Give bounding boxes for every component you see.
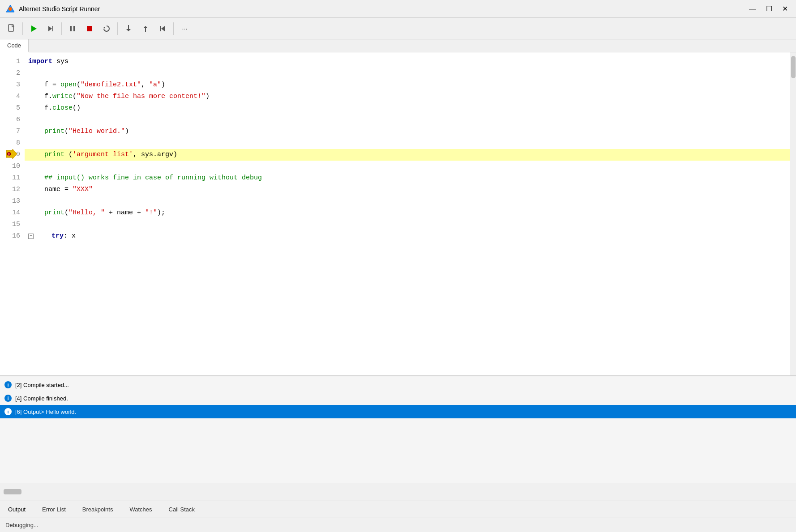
horizontal-scroll-area bbox=[0, 483, 796, 501]
vertical-scrollbar[interactable] bbox=[790, 52, 796, 375]
output-line-2[interactable]: i [4] Compile finished. bbox=[0, 392, 796, 405]
line-num-1: 1 bbox=[0, 56, 20, 68]
svg-marker-11 bbox=[126, 29, 131, 31]
close-button[interactable]: ✕ bbox=[779, 4, 791, 14]
keyword: import bbox=[28, 56, 52, 68]
code-tab-bar: Code bbox=[0, 39, 796, 52]
line-num-13: 13 bbox=[0, 196, 20, 207]
svg-point-1 bbox=[9, 7, 12, 11]
new-file-button[interactable] bbox=[4, 21, 20, 37]
code-line-16: − try: x bbox=[25, 230, 796, 242]
code-line-15 bbox=[25, 219, 796, 230]
line-num-14: 14 bbox=[0, 207, 20, 219]
output-text-3: [6] Output> Hello world. bbox=[15, 409, 76, 415]
svg-rect-6 bbox=[70, 26, 72, 31]
tab-call-stack[interactable]: Call Stack bbox=[161, 503, 204, 515]
svg-rect-15 bbox=[160, 26, 161, 31]
code-line-11: ## input() works fine in case of running… bbox=[25, 172, 796, 184]
line-num-15: 15 bbox=[0, 219, 20, 230]
restart-button[interactable] bbox=[98, 21, 115, 37]
line-num-8: 8 bbox=[0, 137, 20, 149]
separator-3 bbox=[117, 22, 118, 35]
output-line-3[interactable]: i [6] Output> Hello world. bbox=[0, 405, 796, 418]
app-logo bbox=[5, 4, 15, 14]
tab-error-list[interactable]: Error List bbox=[34, 503, 74, 515]
pause-button[interactable] bbox=[64, 21, 81, 37]
tab-output[interactable]: Output bbox=[0, 503, 34, 515]
code-line-13 bbox=[25, 196, 796, 207]
svg-marker-9 bbox=[103, 27, 105, 29]
svg-marker-3 bbox=[31, 26, 37, 32]
code-line-6 bbox=[25, 114, 796, 126]
svg-rect-7 bbox=[73, 26, 75, 31]
status-bar: Debugging... bbox=[0, 518, 796, 532]
line-num-5: 5 bbox=[0, 102, 20, 114]
line-numbers: 1 2 3 4 5 6 7 8 9 10 11 12 13 14 15 16 bbox=[0, 52, 25, 375]
output-text-1: [2] Compile started... bbox=[15, 382, 69, 388]
window-controls: — ☐ ✕ bbox=[746, 4, 791, 14]
code-line-1: import sys bbox=[25, 56, 796, 68]
code-line-12: name = "XXX" bbox=[25, 184, 796, 196]
maximize-button[interactable]: ☐ bbox=[763, 4, 775, 14]
code-content[interactable]: import sys f = open("demofile2.txt", "a"… bbox=[25, 52, 796, 375]
code-line-9: print ('argument list', sys.argv) bbox=[25, 149, 796, 161]
run-button[interactable] bbox=[26, 21, 42, 37]
info-icon-1: i bbox=[4, 381, 12, 388]
scrollbar-thumb[interactable] bbox=[791, 56, 796, 78]
output-messages: i [2] Compile started... i [4] Compile f… bbox=[0, 376, 796, 431]
svg-marker-4 bbox=[48, 26, 52, 31]
code-line-14: print("Hello, " + name + "!"); bbox=[25, 207, 796, 219]
line-num-7: 7 bbox=[0, 126, 20, 137]
output-empty-area bbox=[0, 431, 796, 483]
line-num-4: 4 bbox=[0, 91, 20, 102]
separator-4 bbox=[173, 22, 174, 35]
line-num-11: 11 bbox=[0, 172, 20, 184]
info-icon-2: i bbox=[4, 395, 12, 402]
line-num-12: 12 bbox=[0, 184, 20, 196]
line-num-3: 3 bbox=[0, 79, 20, 91]
separator-2 bbox=[61, 22, 62, 35]
output-text-2: [4] Compile finished. bbox=[15, 395, 68, 402]
svg-marker-13 bbox=[143, 26, 148, 28]
minimize-button[interactable]: — bbox=[746, 4, 759, 14]
svg-rect-2 bbox=[9, 25, 13, 31]
line-num-10: 10 bbox=[0, 161, 20, 172]
code-editor[interactable]: ! 1 2 3 4 5 6 7 8 9 10 11 12 13 14 15 16… bbox=[0, 52, 796, 375]
separator-1 bbox=[22, 22, 23, 35]
code-line-10 bbox=[25, 161, 796, 172]
info-icon-3: i bbox=[4, 408, 12, 415]
output-line-1[interactable]: i [2] Compile started... bbox=[0, 378, 796, 392]
app-title: Alternet Studio Script Runner bbox=[19, 5, 746, 13]
svg-rect-8 bbox=[87, 26, 92, 31]
code-line-5: f.close() bbox=[25, 102, 796, 114]
code-line-4: f.write("Now the file has more content!"… bbox=[25, 91, 796, 102]
step-out-button[interactable] bbox=[137, 21, 154, 37]
tab-code[interactable]: Code bbox=[0, 39, 29, 52]
line-num-16: 16 bbox=[0, 230, 20, 242]
title-bar: Alternet Studio Script Runner — ☐ ✕ bbox=[0, 0, 796, 18]
current-line-arrow: ! bbox=[6, 149, 17, 159]
code-line-7: print("Hello world.") bbox=[25, 126, 796, 137]
code-line-2 bbox=[25, 68, 796, 79]
svg-marker-14 bbox=[161, 26, 165, 31]
fold-icon[interactable]: − bbox=[28, 234, 34, 239]
bottom-tabs: Output Error List Breakpoints Watches Ca… bbox=[0, 501, 796, 518]
svg-text:!: ! bbox=[8, 152, 10, 157]
line-num-2: 2 bbox=[0, 68, 20, 79]
status-text: Debugging... bbox=[5, 522, 39, 528]
toolbar: ··· bbox=[0, 18, 796, 39]
stop-button[interactable] bbox=[81, 21, 98, 37]
more-button[interactable]: ··· bbox=[176, 21, 193, 37]
code-line-8 bbox=[25, 137, 796, 149]
code-area: ! 1 2 3 4 5 6 7 8 9 10 11 12 13 14 15 16… bbox=[0, 52, 796, 375]
svg-rect-5 bbox=[52, 26, 53, 31]
line-num-6: 6 bbox=[0, 114, 20, 126]
step-over-button[interactable] bbox=[43, 21, 59, 37]
output-panel: i [2] Compile started... i [4] Compile f… bbox=[0, 375, 796, 501]
horizontal-scrollbar-thumb[interactable] bbox=[4, 489, 21, 494]
tab-watches[interactable]: Watches bbox=[121, 503, 160, 515]
step-back-button[interactable] bbox=[154, 21, 171, 37]
code-line-3: f = open("demofile2.txt", "a") bbox=[25, 79, 796, 91]
step-into-button[interactable] bbox=[120, 21, 137, 37]
tab-breakpoints[interactable]: Breakpoints bbox=[74, 503, 122, 515]
